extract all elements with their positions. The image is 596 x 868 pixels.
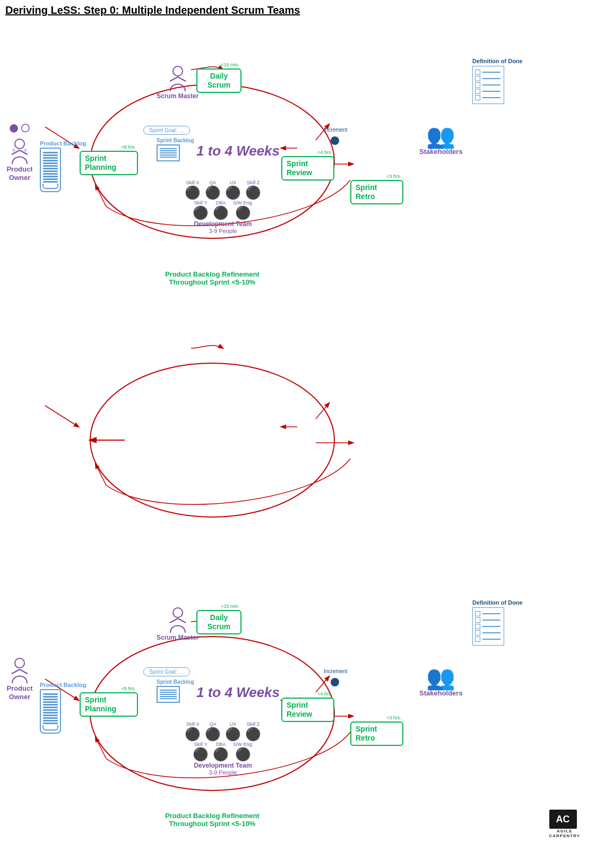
sprint-review-2: <4 hrs. Sprint Review bbox=[281, 698, 334, 722]
stakeholders-icon-2: 👥 bbox=[419, 666, 463, 689]
sb-box-2 bbox=[157, 686, 180, 703]
daily-scrum-label-2: Daily Scrum bbox=[202, 613, 236, 631]
po-label-2: Product Owner bbox=[1, 684, 38, 701]
sm-label-1: Scrum Master bbox=[157, 92, 198, 100]
stakeholders-label-1: Stakeholders bbox=[419, 148, 463, 156]
sprint-goal-1: Sprint Goal: … bbox=[143, 126, 190, 135]
product-owner-2: Product Owner bbox=[1, 658, 38, 701]
sprint-planning-time-2: <8 hrs. bbox=[121, 686, 136, 691]
pb-box-1 bbox=[40, 148, 61, 192]
sprint-planning-time-1: <8 hrs. bbox=[121, 144, 136, 150]
sprint-planning-1: <8 hrs. Sprint Planning bbox=[80, 151, 138, 175]
increment-dot-2 bbox=[331, 678, 339, 686]
sprint-backlog-1: Sprint Backlog bbox=[157, 137, 194, 161]
scrum-section-1: ●○ Product Owner Product Backlog bbox=[0, 37, 596, 313]
svg-point-11 bbox=[15, 658, 24, 668]
sb-label-1: Sprint Backlog bbox=[157, 137, 194, 143]
svg-point-8 bbox=[173, 66, 183, 76]
sprint-backlog-2: Sprint Backlog bbox=[157, 679, 194, 703]
product-owner-icon-1: ●○ bbox=[8, 116, 31, 139]
daily-scrum-2: <15 min. Daily Scrum bbox=[196, 610, 241, 634]
sprint-planning-label-2: Sprint Planning bbox=[85, 695, 133, 714]
svg-line-10 bbox=[178, 77, 186, 81]
sprint-review-time-1: <4 hrs. bbox=[317, 150, 332, 155]
svg-point-1 bbox=[90, 363, 334, 517]
sprint-review-label-2: Sprint Review bbox=[287, 701, 329, 719]
svg-point-3 bbox=[15, 139, 24, 149]
scrum-master-2: Scrum Master bbox=[157, 607, 198, 641]
sprint-retro-2: <3 hrs. Sprint Retro bbox=[350, 721, 403, 746]
pb-label-2: Product Backlog bbox=[40, 682, 86, 688]
ac-box: AC bbox=[549, 810, 577, 829]
refinement-2: Product Backlog Refinement Throughout Sp… bbox=[106, 812, 318, 828]
increment-label-2: Increment bbox=[324, 668, 347, 674]
sprint-goal-2: Sprint Goal: … bbox=[143, 667, 190, 676]
po-label-1: Product Owner bbox=[1, 165, 38, 182]
sprint-retro-time-2: <3 hrs. bbox=[386, 715, 401, 720]
dev-team-label-2: Development Team bbox=[170, 762, 276, 769]
pb-label-1: Product Backlog bbox=[40, 140, 86, 147]
weeks-label-2: 1 to 4 Weeks bbox=[196, 684, 280, 701]
dev-team-size-2: 3-9 People bbox=[170, 769, 276, 776]
sprint-review-time-2: <4 hrs. bbox=[317, 691, 332, 697]
dev-team-2: Skill X⚫ QA⚫ UX⚫ Skill Z⚫ Skill Y⚫ DBA⚫ … bbox=[170, 721, 276, 776]
dod-label-1: Definition of Done bbox=[472, 58, 523, 64]
page-title: Deriving LeSS: Step 0: Multiple Independ… bbox=[0, 0, 596, 21]
dod-box-2 bbox=[472, 607, 504, 646]
definition-done-2: Definition of Done bbox=[472, 599, 523, 646]
svg-point-7 bbox=[24, 149, 27, 152]
agile-carpentry-logo: AC AGILECARPENTRY bbox=[549, 810, 580, 838]
sm-figure-2 bbox=[168, 607, 187, 634]
refinement-1: Product Backlog Refinement Throughout Sp… bbox=[106, 270, 318, 286]
svg-line-15 bbox=[170, 618, 178, 623]
svg-line-16 bbox=[178, 618, 186, 623]
sprint-retro-1: <3 hrs. Sprint Retro bbox=[350, 180, 403, 204]
daily-scrum-time-1: <15 min. bbox=[221, 62, 239, 67]
weeks-label-1: 1 to 4 Weeks bbox=[196, 143, 280, 159]
main-container: ●○ Product Owner Product Backlog bbox=[0, 21, 596, 849]
sb-label-2: Sprint Backlog bbox=[157, 679, 194, 685]
daily-scrum-label-1: Daily Scrum bbox=[202, 72, 236, 90]
svg-line-13 bbox=[20, 669, 28, 674]
increment-dot-1 bbox=[331, 136, 339, 145]
scrum-section-2: Product Owner Product Backlog Scrum Mast… bbox=[0, 578, 596, 854]
daily-scrum-1: <15 min. Daily Scrum bbox=[196, 68, 241, 93]
stakeholders-1: 👥 Stakeholders bbox=[419, 124, 463, 156]
product-owner-1: ●○ Product Owner bbox=[1, 116, 38, 182]
dev-team-label-1: Development Team bbox=[170, 220, 276, 228]
po-figure-1 bbox=[10, 139, 30, 165]
sprint-retro-time-1: <3 hrs. bbox=[386, 174, 401, 179]
sprint-planning-2: <8 hrs. Sprint Planning bbox=[80, 692, 138, 717]
stakeholders-icon-1: 👥 bbox=[419, 124, 463, 148]
dod-box-1 bbox=[472, 66, 504, 104]
stakeholders-label-2: Stakeholders bbox=[419, 689, 463, 697]
po-figure-2 bbox=[10, 658, 30, 684]
sprint-planning-label-1: Sprint Planning bbox=[85, 154, 133, 172]
sb-box-1 bbox=[157, 144, 180, 161]
definition-done-1: Definition of Done bbox=[472, 58, 523, 104]
dod-label-2: Definition of Done bbox=[472, 599, 523, 606]
pb-box-2 bbox=[40, 689, 61, 734]
sm-figure-1 bbox=[168, 66, 187, 92]
sm-label-2: Scrum Master bbox=[157, 634, 198, 641]
sprint-retro-label-1: Sprint Retro bbox=[356, 183, 398, 201]
ac-initials: AC bbox=[556, 814, 570, 825]
sprint-review-label-1: Sprint Review bbox=[287, 159, 329, 177]
scrum-master-1: Scrum Master bbox=[157, 66, 198, 100]
sprint-retro-label-2: Sprint Retro bbox=[356, 725, 398, 743]
dev-team-size-1: 3-9 People bbox=[170, 228, 276, 234]
sprint-review-1: <4 hrs. Sprint Review bbox=[281, 156, 334, 181]
daily-scrum-time-2: <15 min. bbox=[221, 604, 239, 609]
increment-label-1: Increment bbox=[324, 127, 347, 133]
svg-point-14 bbox=[173, 608, 183, 617]
svg-line-12 bbox=[12, 669, 20, 674]
dev-team-1: Skill X ⚫ QA ⚫ UX ⚫ Skill Z ⚫ Skil bbox=[170, 180, 276, 234]
stakeholders-2: 👥 Stakeholders bbox=[419, 666, 463, 697]
ac-name: AGILECARPENTRY bbox=[549, 829, 580, 838]
svg-line-9 bbox=[170, 77, 178, 81]
svg-point-6 bbox=[12, 149, 15, 152]
